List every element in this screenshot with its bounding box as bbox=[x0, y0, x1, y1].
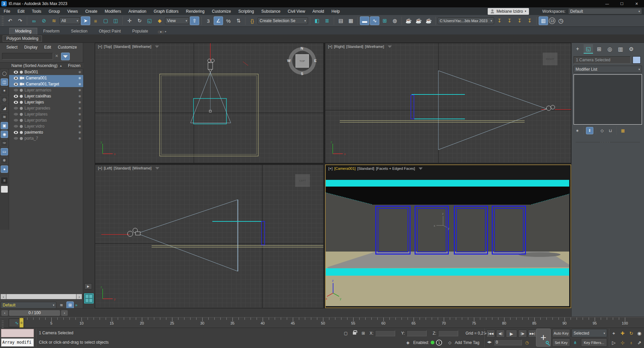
angle-snap-toggle-icon[interactable]: ∠ bbox=[214, 16, 223, 25]
import-asset-icon[interactable]: ↧ bbox=[495, 16, 504, 25]
go-to-end-icon[interactable]: ▶▶| bbox=[528, 330, 537, 338]
tab-object-paint[interactable]: Object Paint bbox=[94, 28, 126, 34]
visibility-eye-icon[interactable] bbox=[14, 101, 18, 104]
walkthrough-icon[interactable]: ♁ bbox=[627, 339, 635, 347]
viewport-renderer-menu[interactable]: [Standard] bbox=[346, 45, 363, 49]
object-name[interactable]: porta_7 bbox=[24, 136, 38, 141]
zoom-icon[interactable]: ⌖ bbox=[610, 329, 618, 337]
zoom-extents-all-icon[interactable]: ◉ bbox=[635, 329, 643, 337]
object-name[interactable]: Layer:vidro bbox=[24, 124, 44, 129]
set-keys-button[interactable]: + bbox=[536, 329, 551, 347]
selection-lock-icon[interactable] bbox=[353, 332, 356, 335]
scene-object-row[interactable]: Layer:caixilhas ❄ bbox=[9, 93, 83, 99]
scene-object-row[interactable]: Layer:pilares ❄ bbox=[9, 111, 83, 117]
viewcube-ghost[interactable]: LEFT bbox=[295, 174, 310, 187]
clear-search-icon[interactable]: ✕ bbox=[55, 54, 58, 58]
rendered-frame-window-icon[interactable]: ☕ bbox=[414, 16, 423, 25]
menu-scripting[interactable]: Scripting bbox=[234, 7, 258, 15]
frozen-icon[interactable]: ❄ bbox=[78, 82, 81, 86]
object-name[interactable]: pavimento bbox=[24, 130, 43, 135]
menu-views[interactable]: Views bbox=[63, 7, 82, 15]
menu-civil-view[interactable]: Civil View bbox=[284, 7, 309, 15]
toolbar-grip[interactable] bbox=[2, 16, 4, 25]
explorer-splitter[interactable]: ▶ bbox=[83, 43, 95, 308]
column-frozen-header[interactable]: Frozen bbox=[68, 63, 80, 68]
explorer-search-input[interactable] bbox=[2, 53, 53, 60]
spinner-snap-toggle-icon[interactable]: ⇅ bbox=[234, 16, 243, 25]
viewport-general-menu[interactable]: [+] bbox=[98, 166, 102, 170]
viewport-pov-menu[interactable]: [Camera001] bbox=[334, 166, 356, 170]
menu-file[interactable]: File bbox=[0, 7, 14, 15]
previous-frame-icon[interactable]: ◀|| bbox=[496, 330, 505, 338]
make-unique-icon[interactable]: ◇ bbox=[598, 127, 606, 134]
visibility-eye-icon[interactable] bbox=[14, 119, 18, 122]
compass-east[interactable]: E bbox=[314, 59, 317, 63]
select-and-move-icon[interactable]: ✛ bbox=[125, 16, 134, 25]
viewport-shading-menu[interactable]: [Wireframe] bbox=[365, 45, 384, 49]
object-name[interactable]: Layer:paredes bbox=[24, 106, 50, 111]
frozen-icon[interactable]: ❄ bbox=[78, 100, 81, 104]
link-autocad-icon[interactable]: ↧ bbox=[525, 16, 534, 25]
expand-panel-icon[interactable]: ▶ bbox=[85, 283, 92, 289]
window-crossing-toggle-icon[interactable]: ◫ bbox=[111, 16, 120, 25]
explorer-menu-edit[interactable]: Edit bbox=[41, 45, 54, 50]
configure-modifier-sets-icon[interactable]: ▦ bbox=[619, 127, 627, 134]
explorer-blank-swatch[interactable] bbox=[1, 186, 8, 193]
bind-to-space-warp-icon[interactable]: ≋ bbox=[49, 16, 59, 25]
named-selection-set-select[interactable]: Create Selection Se ▾ bbox=[258, 17, 308, 24]
viewport-top[interactable]: [+] [Top] [Standard] [Wireframe] x bbox=[95, 43, 324, 163]
previous-frame-icon[interactable]: ‹ bbox=[1, 310, 8, 316]
viewport-left-label[interactable]: [+] [Left] [Standard] [Wireframe] bbox=[98, 166, 159, 170]
object-color-swatch[interactable] bbox=[633, 56, 641, 64]
viewcube-top-face[interactable]: TOP bbox=[296, 54, 309, 68]
menu-create[interactable]: Create bbox=[82, 7, 101, 15]
go-to-start-icon[interactable]: |◀◀ bbox=[486, 330, 495, 338]
visibility-eye-icon[interactable] bbox=[14, 125, 18, 128]
filter-all-icon[interactable]: ◯ bbox=[1, 70, 8, 77]
menu-customize[interactable]: Customize bbox=[208, 7, 235, 15]
orbit-icon[interactable]: ↻ bbox=[627, 329, 635, 337]
absolute-mode-icon[interactable]: ⊞ bbox=[360, 330, 367, 337]
frozen-icon[interactable]: ❄ bbox=[78, 125, 81, 128]
viewport-general-menu[interactable]: [+] bbox=[328, 166, 333, 170]
tab-modify-icon[interactable]: ◱ bbox=[584, 44, 593, 54]
per-viewport-filter-icon[interactable] bbox=[155, 167, 159, 169]
visibility-eye-icon[interactable] bbox=[14, 77, 18, 80]
set-key-button[interactable]: Set Key bbox=[552, 338, 570, 347]
menu-modifiers[interactable]: Modifiers bbox=[101, 7, 125, 15]
placement-tool-icon[interactable]: ◆ bbox=[155, 16, 164, 25]
align-icon[interactable]: ≣ bbox=[322, 16, 332, 25]
modifier-stack[interactable] bbox=[574, 74, 642, 125]
menu-rendering[interactable]: Rendering bbox=[182, 7, 208, 15]
maxscript-mini-listener[interactable]: Array modifi bbox=[1, 338, 34, 347]
scrollbar-thumb[interactable] bbox=[6, 294, 76, 299]
viewport-general-menu[interactable]: [+] bbox=[328, 45, 332, 49]
toggle-scene-explorer-icon[interactable]: ▤ bbox=[336, 16, 345, 25]
object-name[interactable]: Camera001 bbox=[26, 76, 47, 80]
toggle-ribbon-icon[interactable]: ▬ bbox=[360, 16, 369, 25]
selection-name-field[interactable]: 1 Camera Selected bbox=[574, 56, 631, 64]
autobackup-clock-icon[interactable]: ◷ bbox=[556, 16, 566, 25]
tab-modeling[interactable]: Modeling bbox=[9, 28, 37, 34]
maximize-button[interactable]: ☐ bbox=[614, 0, 629, 7]
close-button[interactable]: ✕ bbox=[629, 0, 644, 7]
menu-group[interactable]: Group bbox=[45, 7, 63, 15]
frozen-icon[interactable]: ❄ bbox=[78, 137, 81, 140]
filter-helpers-icon[interactable]: ◢ bbox=[1, 105, 8, 112]
scene-object-row[interactable]: pavimento ❄ bbox=[9, 129, 83, 135]
link-fbx-icon[interactable]: ↧ bbox=[515, 16, 524, 25]
notification-badge[interactable]: 13 bbox=[549, 17, 555, 24]
add-time-tag-text[interactable]: Add Time Tag bbox=[455, 340, 479, 345]
key-mode-clock-icon[interactable]: ◷ bbox=[523, 339, 531, 346]
scene-object-row[interactable]: Layer:portas ❄ bbox=[9, 117, 83, 123]
scene-object-row[interactable]: Layer:lajes ❄ bbox=[9, 99, 83, 105]
curve-editor-icon[interactable]: ∿ bbox=[370, 16, 379, 25]
reference-coordinate-select[interactable]: View ▾ bbox=[165, 17, 189, 24]
key-filters-button[interactable]: Key Filters... bbox=[581, 338, 607, 347]
object-name[interactable]: Layer:armarios bbox=[24, 88, 51, 92]
tab-display-icon[interactable]: ▥ bbox=[616, 44, 625, 54]
explorer-menu-customize[interactable]: Customize bbox=[55, 45, 80, 50]
x-coordinate-field[interactable] bbox=[375, 330, 395, 336]
filter-xrefs-icon[interactable]: ▭ bbox=[1, 148, 8, 155]
open-scene-converter-icon[interactable]: ▥ bbox=[539, 16, 548, 25]
